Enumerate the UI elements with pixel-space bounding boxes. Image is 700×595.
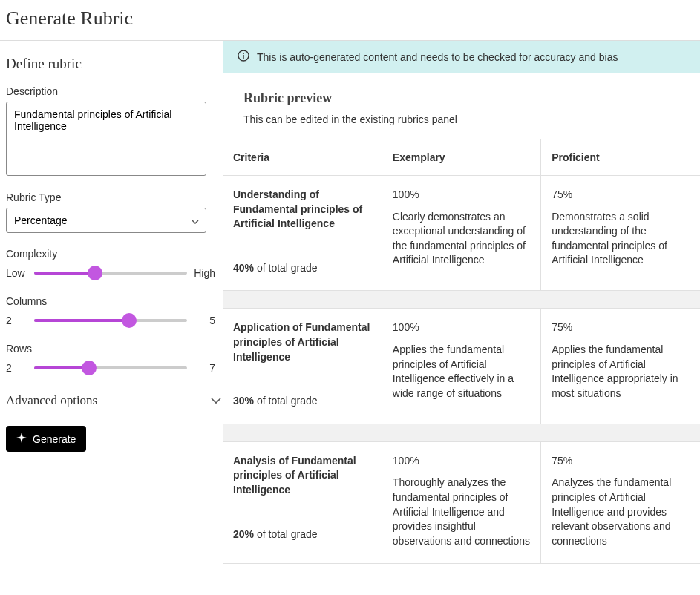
advanced-options-label: Advanced options — [6, 393, 97, 408]
criteria-name: Analysis of Fundamental principles of Ar… — [233, 454, 371, 498]
rows-label: Rows — [6, 343, 215, 355]
exemplary-desc: Thoroughly analyzes the fundamental prin… — [393, 476, 530, 546]
complexity-slider-thumb[interactable] — [88, 266, 102, 280]
svg-point-1 — [243, 53, 244, 54]
info-banner-text: This is auto-generated content and needs… — [257, 51, 618, 63]
advanced-options-toggle[interactable]: Advanced options — [6, 390, 221, 411]
proficient-pct: 75% — [552, 188, 690, 203]
exemplary-pct: 100% — [393, 188, 530, 203]
criteria-weight: 20% of total grade — [233, 528, 318, 540]
exemplary-pct: 100% — [393, 454, 530, 469]
description-label: Description — [6, 85, 215, 97]
rows-max: 7 — [193, 362, 215, 374]
page-title: Generate Rubric — [0, 0, 700, 41]
info-icon — [238, 50, 249, 64]
proficient-desc: Analyzes the fundamental principles of A… — [552, 476, 671, 546]
col-header-exemplary: Exemplary — [382, 139, 540, 176]
proficient-cell: 75%Analyzes the fundamental principles o… — [541, 441, 700, 564]
generate-button-label: Generate — [33, 433, 76, 445]
criteria-weight: 30% of total grade — [233, 395, 318, 407]
exemplary-desc: Applies the fundamental principles of Ar… — [393, 343, 514, 399]
sidebar: Define rubric Description Rubric Type Pe… — [0, 41, 223, 564]
preview-subtitle: This can be edited in the existing rubri… — [243, 114, 679, 125]
row-spacer — [223, 291, 700, 309]
columns-max: 5 — [193, 315, 215, 326]
rubric-type-select[interactable]: Percentage — [6, 208, 206, 233]
complexity-slider[interactable] — [34, 264, 187, 282]
rows-slider-thumb[interactable] — [82, 361, 97, 375]
col-header-proficient: Proficient — [541, 139, 700, 176]
complexity-label: Complexity — [6, 248, 215, 260]
svg-rect-2 — [243, 55, 243, 59]
main-panel: This is auto-generated content and needs… — [223, 41, 700, 564]
criteria-cell: Understanding of Fundamental principles … — [223, 176, 382, 291]
rows-slider[interactable] — [34, 359, 187, 377]
complexity-max: High — [193, 267, 215, 279]
exemplary-cell: 100%Applies the fundamental principles o… — [382, 309, 540, 424]
proficient-desc: Applies the fundamental principles of Ar… — [552, 343, 678, 399]
description-input[interactable] — [6, 102, 206, 176]
info-banner: This is auto-generated content and needs… — [223, 41, 700, 73]
table-row: Understanding of Fundamental principles … — [223, 176, 700, 291]
criteria-cell: Analysis of Fundamental principles of Ar… — [223, 441, 382, 564]
exemplary-pct: 100% — [393, 320, 530, 335]
proficient-pct: 75% — [552, 454, 690, 469]
exemplary-cell: 100%Thoroughly analyzes the fundamental … — [382, 441, 540, 564]
columns-slider-thumb[interactable] — [122, 313, 137, 328]
exemplary-cell: 100%Clearly demonstrates an exceptional … — [382, 176, 540, 291]
col-header-criteria: Criteria — [223, 139, 382, 176]
proficient-cell: 75%Applies the fundamental principles of… — [541, 309, 700, 424]
criteria-cell: Application of Fundamental principles of… — [223, 309, 382, 424]
exemplary-desc: Clearly demonstrates an exceptional unde… — [393, 211, 526, 266]
define-rubric-heading: Define rubric — [6, 56, 215, 72]
proficient-desc: Demonstrates a solid understanding of th… — [552, 211, 667, 266]
rows-min: 2 — [6, 362, 28, 374]
columns-label: Columns — [6, 295, 215, 307]
columns-slider[interactable] — [34, 312, 187, 329]
table-row: Application of Fundamental principles of… — [223, 309, 700, 424]
criteria-name: Understanding of Fundamental principles … — [233, 188, 371, 231]
criteria-weight: 40% of total grade — [233, 262, 318, 274]
rubric-table: Criteria Exemplary Proficient Understand… — [223, 139, 700, 564]
columns-min: 2 — [6, 315, 28, 326]
preview-title: Rubric preview — [243, 91, 679, 106]
proficient-pct: 75% — [552, 320, 690, 335]
chevron-down-icon — [211, 395, 221, 407]
rubric-type-label: Rubric Type — [6, 191, 215, 203]
generate-button[interactable]: Generate — [6, 426, 86, 452]
proficient-cell: 75%Demonstrates a solid understanding of… — [541, 176, 700, 291]
criteria-name: Application of Fundamental principles of… — [233, 320, 371, 364]
row-spacer — [223, 424, 700, 441]
complexity-min: Low — [6, 267, 28, 279]
table-row: Analysis of Fundamental principles of Ar… — [223, 441, 700, 564]
sparkle-icon — [16, 433, 27, 445]
